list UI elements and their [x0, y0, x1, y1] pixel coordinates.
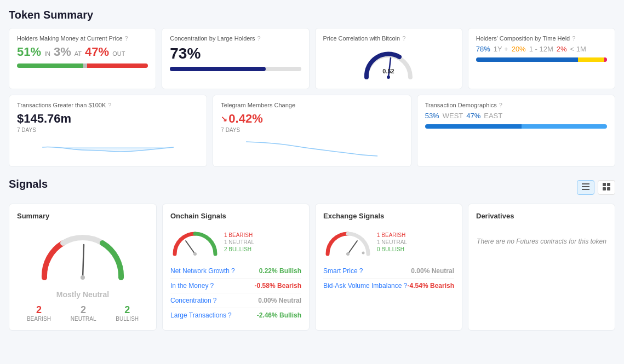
onchain-signal-name-2: Concentration ? — [170, 297, 216, 304]
svg-line-14 — [348, 241, 357, 254]
list-icon — [582, 183, 589, 190]
composition-bar — [476, 57, 607, 62]
onchain-bullish: 2 BULLISH — [224, 246, 254, 252]
svg-point-13 — [193, 252, 197, 256]
bar-west — [425, 124, 522, 129]
neutral-label: NEUTRAL — [71, 316, 96, 322]
exchange-card: Exchange Signals 1 BEARISH 1 NEUTRAL 0 B… — [315, 204, 462, 331]
exchange-help-icon-1[interactable]: ? — [403, 282, 407, 290]
correlation-gauge-svg: 0.52 — [361, 47, 416, 80]
onchain-rows: Net Network Growth ? 0.22% Bullish In th… — [170, 264, 301, 322]
svg-rect-9 — [607, 187, 610, 190]
gauge-label: Mostly Neutral — [17, 290, 148, 299]
transactions-value: $145.76m — [17, 112, 199, 126]
onchain-row-1: In the Money ? -0.58% Bearish — [170, 279, 301, 293]
bar-out — [87, 63, 148, 68]
grid-icon — [603, 183, 610, 190]
concentration-bar-inner — [170, 67, 266, 71]
signals-grid: Summary Mostly Neutral 2 BE — [9, 204, 615, 331]
comp-m1-label: < 1M — [570, 45, 586, 53]
transactions-sparkline — [17, 136, 199, 158]
comp-m12-label: 1 - 12M — [529, 45, 553, 53]
bar-m1 — [604, 57, 607, 62]
bar-m12 — [578, 57, 604, 62]
demographics-values: 53% WEST 47% EAST — [425, 112, 607, 120]
onchain-signal-val-0: 0.22% Bullish — [259, 267, 301, 275]
transactions-card-title: Transactions Greater than $100K ? — [17, 102, 199, 108]
onchain-signal-val-1: -0.58% Bearish — [255, 282, 301, 290]
exchange-neutral: 1 NEUTRAL — [377, 239, 407, 245]
holders-comp-title: Holders' Composition by Time Held ? — [476, 35, 607, 42]
onchain-signal-name-0: Net Network Growth ? — [170, 267, 235, 275]
holders-in-label: IN — [44, 50, 50, 57]
demographics-help-icon[interactable]: ? — [499, 102, 502, 108]
comp-y1-label: 1Y + — [494, 45, 508, 53]
demographics-card: Transaction Demographics ? 53% WEST 47% … — [417, 95, 615, 167]
onchain-signal-val-2: 0.00% Neutral — [258, 297, 301, 304]
onchain-gauge-row: 1 BEARISH 1 NEUTRAL 2 BULLISH — [170, 226, 301, 258]
neutral-count-item: 2 NEUTRAL — [71, 304, 96, 322]
exchange-signal-val-1: -4.54% Bearish — [408, 282, 454, 290]
transactions-help-icon[interactable]: ? — [108, 102, 111, 108]
signal-help-icon-2[interactable]: ? — [213, 297, 217, 304]
derivatives-message: There are no Futures contracts for this … — [476, 236, 607, 246]
onchain-row-2: Concentration ? 0.00% Neutral — [170, 293, 301, 308]
bearish-label: BEARISH — [27, 316, 51, 322]
holders-out-pct: 47% — [85, 45, 109, 59]
bar-in — [17, 63, 83, 68]
onchain-title: Onchain Signals — [170, 212, 301, 220]
demo-west-label: WEST — [443, 112, 463, 120]
onchain-card: Onchain Signals 1 BEARISH 1 NEUTRAL 2 BU… — [162, 204, 310, 331]
onchain-row-3: Large Transactions ? -2.46% Bullish — [170, 308, 301, 322]
summary-gauge — [17, 226, 148, 286]
holders-making-money-card: Holders Making Money at Current Price ? … — [9, 28, 156, 89]
bar-east — [522, 124, 607, 129]
svg-line-12 — [186, 241, 195, 254]
page-title: Token Summary — [9, 9, 615, 21]
svg-point-16 — [362, 252, 365, 255]
concentration-help-icon[interactable]: ? — [257, 35, 261, 42]
exchange-title: Exchange Signals — [323, 212, 454, 220]
bullish-label: BULLISH — [116, 316, 139, 322]
onchain-signal-name-3: Large Transactions ? — [170, 311, 232, 319]
svg-text:0.52: 0.52 — [382, 68, 394, 74]
derivatives-card: Derivatives There are no Futures contrac… — [468, 204, 615, 331]
bar-y1 — [476, 57, 579, 62]
demographics-bar — [425, 124, 607, 129]
demo-east-pct: 47% — [466, 112, 480, 120]
signal-help-icon-0[interactable]: ? — [231, 267, 235, 275]
svg-point-11 — [81, 275, 85, 280]
onchain-counts: 1 BEARISH 1 NEUTRAL 2 BULLISH — [224, 232, 254, 252]
exchange-rows: Smart Price ? 0.00% Neutral Bid-Ask Volu… — [323, 264, 454, 293]
signals-list-view-button[interactable] — [577, 180, 594, 195]
exchange-help-icon-0[interactable]: ? — [359, 267, 363, 275]
holders-help-icon[interactable]: ? — [125, 35, 128, 42]
holders-out-label: OUT — [112, 50, 125, 57]
svg-line-10 — [83, 245, 84, 278]
holders-composition-card: Holders' Composition by Time Held ? 78% … — [468, 28, 615, 89]
concentration-card-title: Concentration by Large Holders ? — [170, 35, 301, 42]
summary-card: Summary Mostly Neutral 2 BE — [9, 204, 157, 331]
summary-counts: 2 BEARISH 2 NEUTRAL 2 BULLISH — [17, 304, 148, 322]
exchange-signal-name-1: Bid-Ask Volume Imbalance ? — [323, 282, 407, 290]
bullish-count: 2 — [116, 304, 139, 316]
exchange-gauge-svg — [323, 226, 373, 258]
demo-east-label: EAST — [484, 112, 502, 120]
neutral-count: 2 — [71, 304, 96, 316]
holders-comp-help-icon[interactable]: ? — [572, 35, 575, 42]
signals-grid-view-button[interactable] — [598, 180, 615, 195]
transactions-period: 7 DAYS — [17, 127, 199, 133]
signals-header: Signals — [9, 178, 615, 197]
signal-help-icon-3[interactable]: ? — [228, 311, 232, 319]
signal-help-icon-1[interactable]: ? — [210, 282, 214, 290]
signals-title: Signals — [9, 178, 48, 190]
correlation-help-icon[interactable]: ? — [402, 35, 405, 42]
bearish-count-item: 2 BEARISH — [27, 304, 51, 322]
holders-comp-values: 78% 1Y + 20% 1 - 12M 2% < 1M — [476, 45, 607, 53]
svg-rect-4 — [582, 186, 589, 187]
svg-rect-5 — [582, 189, 589, 190]
comp-m12-pct: 20% — [512, 45, 526, 53]
bar-at — [83, 63, 87, 68]
exchange-row-1: Bid-Ask Volume Imbalance ? -4.54% Bearis… — [323, 279, 454, 293]
onchain-row-0: Net Network Growth ? 0.22% Bullish — [170, 264, 301, 279]
